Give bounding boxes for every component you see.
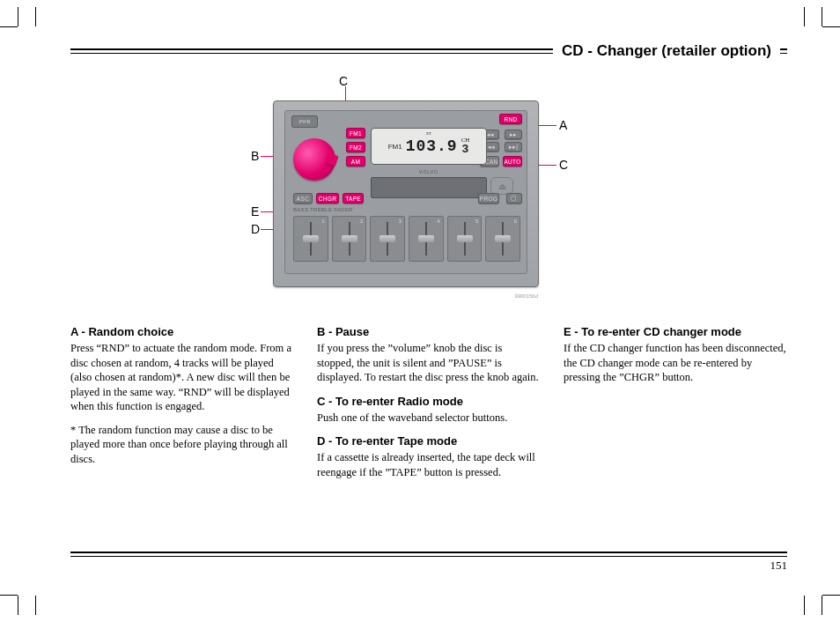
radio-unit-wrap: PWR FM1 FM2 AM RND ◂◂ ▸▸ |◂◂ ▸▸| SCAN AU… bbox=[273, 100, 537, 287]
radio-illustration: C A C B E D PWR FM1 FM2 AM RND bbox=[70, 74, 787, 312]
fastfwd-button: ▸▸ bbox=[505, 130, 522, 139]
page-number: 151 bbox=[770, 559, 788, 573]
fm1-button: FM1 bbox=[346, 128, 365, 138]
preset-4: 4 bbox=[409, 216, 444, 262]
section-c-title: C - To re-enter Radio mode bbox=[317, 394, 541, 409]
callout-c-top: C bbox=[339, 74, 348, 88]
radio-display: ST FM1 103.9 CH 3 bbox=[371, 128, 487, 165]
image-credit: 3900156d bbox=[514, 293, 538, 299]
display-band: FM1 bbox=[388, 143, 402, 151]
section-b-body: If you press the ”volume” knob the disc … bbox=[317, 341, 541, 385]
display-channel: CH 3 bbox=[461, 137, 470, 155]
crop-mark bbox=[18, 7, 37, 26]
footer-rule bbox=[70, 552, 787, 557]
callout-b: B bbox=[251, 149, 259, 163]
eject-icon: ⏏ bbox=[490, 177, 513, 195]
dolby-button: ▢ bbox=[506, 193, 522, 204]
section-d-title: D - To re-enter Tape mode bbox=[317, 433, 541, 448]
display-frequency: 103.9 bbox=[406, 137, 458, 155]
display-stereo: ST bbox=[426, 131, 431, 136]
cassette-slot bbox=[371, 177, 487, 198]
section-a-note: * The random function may cause a disc t… bbox=[70, 423, 294, 467]
crop-mark bbox=[785, 7, 805, 26]
column-1: A - Random choice Press “RND” to actuate… bbox=[70, 319, 294, 488]
rnd-button: RND bbox=[499, 114, 522, 124]
preset-sliders: 1 2 3 4 5 6 bbox=[293, 216, 520, 262]
section-b-title: B - Pause bbox=[317, 324, 541, 339]
crop-mark bbox=[803, 7, 822, 26]
crop-mark bbox=[18, 596, 37, 615]
header-rule bbox=[780, 48, 787, 54]
section-c-body: Push one of the waveband selector button… bbox=[317, 411, 541, 426]
crop-mark bbox=[785, 596, 805, 615]
preset-2: 2 bbox=[332, 216, 367, 262]
tape-button: TAPE bbox=[343, 193, 364, 204]
crop-mark bbox=[35, 596, 55, 615]
power-button: PWR bbox=[291, 115, 318, 128]
crop-mark bbox=[803, 596, 822, 615]
text-columns: A - Random choice Press “RND” to actuate… bbox=[70, 319, 787, 488]
page-title: CD - Changer (retailer option) bbox=[562, 42, 771, 60]
preset-5: 5 bbox=[447, 216, 483, 262]
am-button: AM bbox=[346, 156, 365, 167]
column-2: B - Pause If you press the ”volume” knob… bbox=[317, 319, 541, 488]
auto-button: AUTO bbox=[503, 156, 522, 167]
section-d-body: If a cassette is already inserted, the t… bbox=[317, 450, 541, 479]
chgr-button: CHGR bbox=[316, 193, 339, 204]
radio-unit: PWR FM1 FM2 AM RND ◂◂ ▸▸ |◂◂ ▸▸| SCAN AU… bbox=[273, 100, 539, 287]
callout-d: D bbox=[251, 222, 260, 236]
preset-1: 1 bbox=[293, 216, 328, 262]
callout-e: E bbox=[251, 204, 259, 218]
callout-a: A bbox=[559, 118, 567, 132]
asc-button: ASC bbox=[293, 193, 313, 204]
volume-knob bbox=[293, 138, 335, 181]
crop-mark bbox=[35, 7, 55, 26]
callout-c-right: C bbox=[559, 158, 568, 172]
manual-page: CD - Changer (retailer option) C A C B E… bbox=[0, 0, 840, 622]
fm2-button: FM2 bbox=[346, 142, 365, 152]
section-e-body: If the CD changer function has been disc… bbox=[564, 341, 787, 385]
column-3: E - To re-enter CD changer mode If the C… bbox=[564, 319, 787, 488]
header-rule bbox=[70, 48, 553, 54]
page-header: CD - Changer (retailer option) bbox=[70, 42, 787, 60]
slider-labels: BASS TREBLE FADER bbox=[293, 207, 353, 212]
section-e-title: E - To re-enter CD changer mode bbox=[564, 324, 787, 339]
next-track-button: ▸▸| bbox=[505, 142, 522, 152]
section-a-title: A - Random choice bbox=[70, 324, 294, 339]
preset-6: 6 bbox=[485, 216, 520, 262]
preset-3: 3 bbox=[370, 216, 405, 262]
prog-button: PROG bbox=[478, 193, 499, 204]
section-a-body: Press “RND” to actuate the random mode. … bbox=[70, 341, 294, 414]
